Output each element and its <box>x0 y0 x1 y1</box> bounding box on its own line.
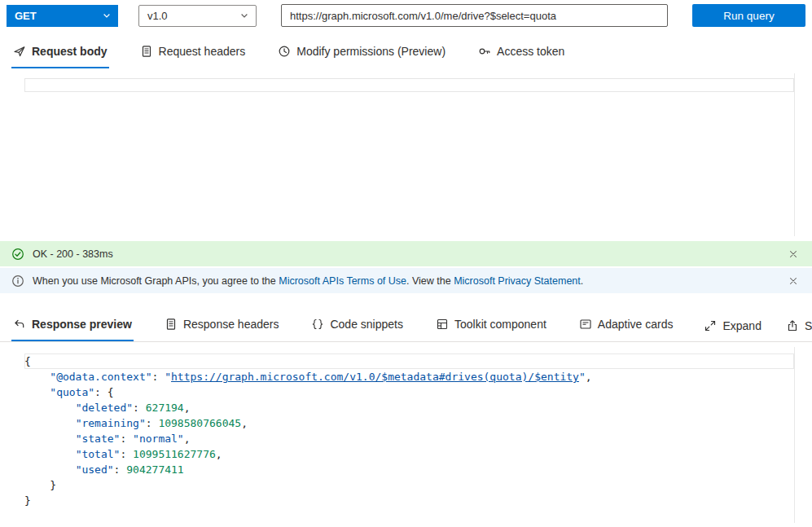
code-line: "deleted": 627194, <box>24 400 794 415</box>
tab-label: Request body <box>32 45 108 58</box>
chevron-down-icon <box>239 11 249 20</box>
tab-access-token[interactable]: Access token <box>476 45 566 68</box>
version-dropdown[interactable]: v1.0 <box>138 5 257 27</box>
code-line: "quota": { <box>24 384 794 400</box>
code-line: "total": 1099511627776, <box>24 446 794 462</box>
tab-label: Adaptive cards <box>598 318 674 331</box>
editor-scrollbar[interactable] <box>794 347 805 523</box>
expand-icon <box>704 319 717 332</box>
key-icon <box>478 45 491 58</box>
code-line: "remaining": 1098580766045, <box>24 415 794 431</box>
tab-toolkit-component[interactable]: Toolkit component <box>434 318 548 341</box>
odata-context-link[interactable]: https://graph.microsoft.com/v1.0/$metada… <box>171 371 579 383</box>
query-bar: GET v1.0 Run query <box>0 0 812 32</box>
tab-label: Modify permissions (Preview) <box>296 45 446 58</box>
request-url-input[interactable] <box>281 4 668 27</box>
info-text-before: When you use Microsoft Graph APIs, you a… <box>33 275 279 287</box>
toolkit-grid-icon <box>436 318 449 331</box>
response-section: Response preview Response headers Code s… <box>0 303 812 523</box>
card-icon <box>579 318 592 331</box>
share-icon <box>786 319 799 332</box>
tab-response-headers[interactable]: Response headers <box>163 318 281 341</box>
tab-label: Code snippets <box>330 318 403 331</box>
info-text-middle: . View the <box>406 275 454 287</box>
info-banner: When you use Microsoft Graph APIs, you a… <box>0 268 812 293</box>
preview-reply-icon <box>13 318 26 331</box>
share-button[interactable]: Share <box>786 319 812 332</box>
status-banner: OK - 200 - 383ms <box>0 241 812 266</box>
close-status-button[interactable] <box>786 247 801 261</box>
action-label: Share <box>805 319 812 332</box>
response-actions: Expand Share <box>704 319 812 341</box>
response-tabs: Response preview Response headers Code s… <box>0 303 812 342</box>
request-tabs: Request body Request headers Modify perm… <box>0 32 812 68</box>
terms-of-use-link[interactable]: Microsoft APIs Terms of Use <box>279 275 406 287</box>
action-label: Expand <box>722 319 761 332</box>
info-text-after: . <box>581 275 583 287</box>
chevron-down-icon <box>102 11 112 20</box>
request-body-editor[interactable] <box>0 68 812 241</box>
editor-scrollbar[interactable] <box>794 73 805 236</box>
close-icon <box>788 248 799 260</box>
close-info-button[interactable] <box>786 274 801 288</box>
privacy-statement-link[interactable]: Microsoft Privacy Statement <box>454 275 581 287</box>
tab-adaptive-cards[interactable]: Adaptive cards <box>577 318 675 341</box>
code-line: { <box>24 354 794 369</box>
code-line: "state": "normal", <box>24 431 794 446</box>
tab-request-headers[interactable]: Request headers <box>138 45 248 68</box>
status-message: OK - 200 - 383ms <box>33 248 113 260</box>
response-preview-editor[interactable]: { "@odata.context": "https://graph.micro… <box>0 342 812 523</box>
info-circle-icon <box>11 274 24 288</box>
code-line: "@odata.context": "https://graph.microso… <box>24 369 794 384</box>
tab-request-body[interactable]: Request body <box>11 45 109 68</box>
response-code[interactable]: { "@odata.context": "https://graph.micro… <box>24 354 794 508</box>
tab-label: Response headers <box>183 318 279 331</box>
editor-current-line <box>24 78 794 92</box>
code-line: } <box>24 493 794 508</box>
tab-code-snippets[interactable]: Code snippets <box>309 318 405 341</box>
tab-modify-permissions[interactable]: Modify permissions (Preview) <box>276 45 447 68</box>
run-query-button[interactable]: Run query <box>692 4 805 27</box>
tab-label: Toolkit component <box>454 318 546 331</box>
method-dropdown[interactable]: GET <box>7 5 118 27</box>
document-icon <box>165 318 178 331</box>
expand-button[interactable]: Expand <box>704 319 761 332</box>
version-label: v1.0 <box>147 10 168 22</box>
send-icon <box>13 45 26 58</box>
close-icon <box>788 275 799 287</box>
history-clock-icon <box>278 45 291 58</box>
code-line: "used": 904277411 <box>24 462 794 477</box>
tab-label: Request headers <box>159 45 246 58</box>
tab-label: Response preview <box>32 318 132 331</box>
tab-response-preview[interactable]: Response preview <box>11 318 134 341</box>
method-label: GET <box>15 10 37 22</box>
document-icon <box>140 45 153 58</box>
code-braces-icon <box>311 318 324 331</box>
code-line: } <box>24 477 794 493</box>
check-circle-icon <box>11 248 24 261</box>
info-message: When you use Microsoft Graph APIs, you a… <box>33 275 583 287</box>
tab-label: Access token <box>497 45 564 58</box>
